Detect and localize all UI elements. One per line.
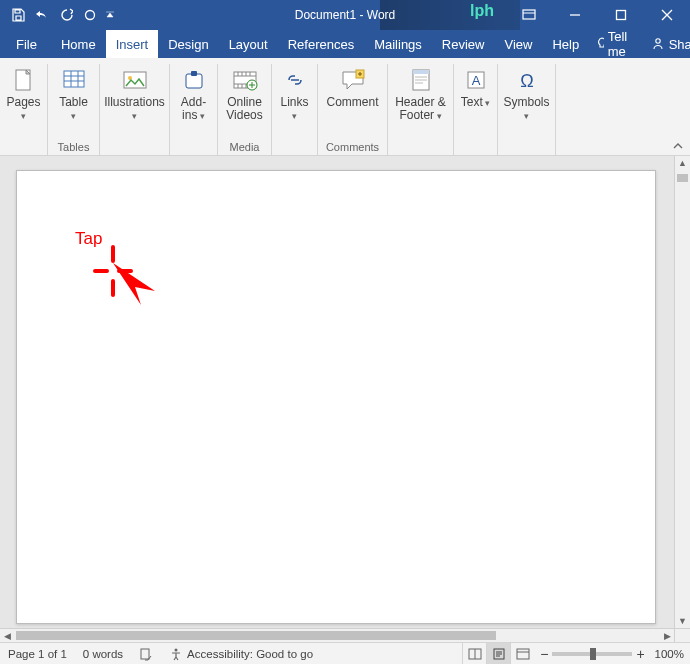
status-bar: Page 1 of 1 0 words Accessibility: Good … xyxy=(0,642,690,664)
illustrations-icon xyxy=(118,66,152,94)
zoom-slider[interactable] xyxy=(552,652,632,656)
accessibility-status[interactable]: Accessibility: Good to go xyxy=(161,647,321,661)
tab-insert-label: Insert xyxy=(116,37,149,52)
tab-layout[interactable]: Layout xyxy=(219,30,278,58)
hscroll-thumb[interactable] xyxy=(16,631,496,640)
text-label: Text xyxy=(461,96,491,109)
addins-label: Add- ins xyxy=(181,96,206,121)
tab-design[interactable]: Design xyxy=(158,30,218,58)
touch-mode-button[interactable] xyxy=(78,0,102,30)
header-footer-button[interactable]: Header & Footer xyxy=(391,64,450,123)
pages-icon xyxy=(7,66,41,94)
minimize-button[interactable] xyxy=(552,0,598,30)
overlay-watermark: lph xyxy=(470,2,494,20)
tab-home[interactable]: Home xyxy=(51,30,106,58)
accessibility-icon xyxy=(169,647,183,661)
page-number-status[interactable]: Page 1 of 1 xyxy=(0,648,75,660)
links-label: Links xyxy=(278,96,312,121)
symbols-button[interactable]: Ω Symbols xyxy=(500,64,554,123)
tables-group-label: Tables xyxy=(58,141,90,155)
collapse-ribbon-button[interactable] xyxy=(672,141,684,151)
tab-help[interactable]: Help xyxy=(542,30,589,58)
tab-view[interactable]: View xyxy=(494,30,542,58)
media-group-label: Media xyxy=(230,141,260,155)
header-footer-label: Header & Footer xyxy=(395,96,446,121)
pages-label: Pages xyxy=(6,96,40,121)
ribbon: Pages Table Tables Illustrations Add- in… xyxy=(0,58,690,156)
tab-insert[interactable]: Insert xyxy=(106,30,159,58)
share-label: Share xyxy=(669,37,690,52)
video-label: Online Videos xyxy=(226,96,262,121)
chevron-up-icon xyxy=(672,141,684,151)
video-icon xyxy=(228,66,262,94)
tab-mailings-label: Mailings xyxy=(374,37,422,52)
pages-button[interactable]: Pages xyxy=(2,64,44,123)
undo-button[interactable] xyxy=(30,0,54,30)
svg-rect-22 xyxy=(141,649,149,659)
scroll-left-button[interactable]: ◀ xyxy=(0,629,14,642)
online-videos-button[interactable]: Online Videos xyxy=(222,64,266,123)
illustrations-button[interactable]: Illustrations xyxy=(100,64,169,123)
zoom-in-button[interactable]: + xyxy=(636,646,644,662)
tab-layout-label: Layout xyxy=(229,37,268,52)
tell-me-label: Tell me xyxy=(608,29,633,59)
tab-home-label: Home xyxy=(61,37,96,52)
titlebar: Document1 - Word lph xyxy=(0,0,690,30)
document-page[interactable]: Tap xyxy=(16,170,656,624)
tab-file-label: File xyxy=(16,37,37,52)
read-mode-button[interactable] xyxy=(462,643,486,665)
svg-rect-8 xyxy=(186,74,202,88)
links-button[interactable]: Links xyxy=(274,64,316,123)
illustrations-label: Illustrations xyxy=(104,96,165,121)
zoom-control: − + 100% xyxy=(534,646,690,662)
svg-rect-9 xyxy=(191,71,197,76)
decorative-overlay xyxy=(380,0,520,30)
tab-review-label: Review xyxy=(442,37,485,52)
window-controls xyxy=(506,0,690,30)
tell-me-search[interactable]: Tell me xyxy=(589,29,639,59)
save-button[interactable] xyxy=(6,0,30,30)
comment-button[interactable]: Comment xyxy=(323,64,383,111)
proofing-icon xyxy=(139,647,153,661)
tab-view-label: View xyxy=(504,37,532,52)
scroll-right-button[interactable]: ▶ xyxy=(660,629,674,642)
scroll-down-button[interactable]: ▼ xyxy=(675,614,690,628)
addins-icon xyxy=(177,66,211,94)
tab-mailings[interactable]: Mailings xyxy=(364,30,432,58)
vscroll-thumb[interactable] xyxy=(677,174,688,182)
proofing-status[interactable] xyxy=(131,647,161,661)
comment-label: Comment xyxy=(327,96,379,109)
symbols-icon: Ω xyxy=(510,66,544,94)
header-footer-icon xyxy=(404,66,438,94)
text-button[interactable]: A Text xyxy=(455,64,497,111)
tab-file[interactable]: File xyxy=(0,30,51,58)
table-button[interactable]: Table xyxy=(53,64,95,123)
table-icon xyxy=(57,66,91,94)
web-layout-button[interactable] xyxy=(510,643,534,665)
tab-review[interactable]: Review xyxy=(432,30,495,58)
svg-text:A: A xyxy=(471,73,480,88)
close-button[interactable] xyxy=(644,0,690,30)
svg-point-3 xyxy=(655,39,659,43)
redo-button[interactable] xyxy=(54,0,78,30)
word-count-status[interactable]: 0 words xyxy=(75,648,131,660)
svg-point-0 xyxy=(86,11,95,20)
zoom-percent[interactable]: 100% xyxy=(649,648,684,660)
vertical-scrollbar[interactable]: ▲ ▼ xyxy=(674,156,690,628)
text-icon: A xyxy=(459,66,493,94)
addins-button[interactable]: Add- ins xyxy=(173,64,215,123)
page-number-label: Page 1 of 1 xyxy=(8,648,67,660)
svg-point-23 xyxy=(175,648,178,651)
tab-references[interactable]: References xyxy=(278,30,364,58)
scroll-up-button[interactable]: ▲ xyxy=(675,156,690,170)
horizontal-scrollbar[interactable]: ◀ ▶ xyxy=(0,628,674,642)
maximize-button[interactable] xyxy=(598,0,644,30)
share-button[interactable]: Share xyxy=(645,37,690,52)
qat-customize-button[interactable] xyxy=(102,0,118,30)
print-layout-button[interactable] xyxy=(486,643,510,665)
zoom-slider-knob[interactable] xyxy=(590,648,596,660)
svg-rect-1 xyxy=(523,10,535,19)
svg-rect-26 xyxy=(517,649,529,659)
tap-annotation: Tap xyxy=(75,229,102,249)
zoom-out-button[interactable]: − xyxy=(540,646,548,662)
